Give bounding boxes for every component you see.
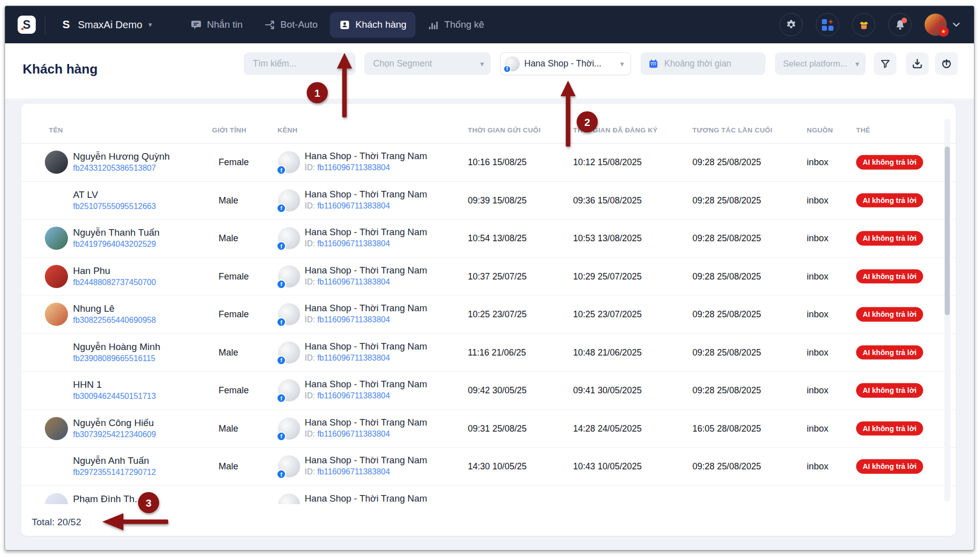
channel-name: Hana Shop - Thời Trang Nam: [305, 302, 427, 314]
table-row[interactable]: Han Phu fb24488082737450700 Female f Han…: [21, 258, 956, 296]
table-scrollbar-thumb[interactable]: [945, 147, 950, 315]
registered-cell: 10:25 23/07/2025: [573, 309, 642, 320]
customer-name: HHN 1: [73, 378, 156, 391]
navbar-actions: + ★: [780, 13, 962, 36]
table-row[interactable]: Nguyễn Công Hiếu fb30739254212340609 Mal…: [21, 410, 956, 448]
channel-cell: Hana Shop - Thời Trang Nam: [305, 492, 427, 505]
channel-id-link[interactable]: fb116096711383804: [317, 354, 390, 362]
channel-id-link[interactable]: fb116096711383804: [317, 430, 390, 438]
tab-thong-ke[interactable]: Thống kê: [418, 12, 493, 38]
date-range-label: Khoảng thời gian: [664, 58, 731, 69]
channel-id-link[interactable]: fb116096711383804: [317, 277, 390, 286]
channel-id-link[interactable]: fb116096711383804: [317, 239, 390, 248]
download-button[interactable]: [906, 52, 929, 75]
registered-cell: 09:36 15/08/2025: [573, 195, 642, 205]
bot-auto-icon: [264, 19, 275, 31]
smax-logo[interactable]: S: [18, 16, 36, 34]
tag-badge: AI không trả lời: [856, 383, 923, 398]
customer-name-cell: AT LV fb25107555095512663: [73, 188, 156, 212]
customer-id-link[interactable]: fb30739254212340609: [73, 429, 156, 440]
source-cell: inbox: [807, 271, 828, 282]
channel-id-link[interactable]: fb116096711383804: [317, 315, 390, 324]
table-row[interactable]: HHN 1 fb30094624450151713 Female f Hana …: [21, 372, 956, 410]
tag-badge: AI không trả lời: [856, 345, 923, 360]
customer-name: Nguyễn Hương Quỳnh: [73, 150, 170, 163]
table-row[interactable]: Nguyễn Thanh Tuấn fb24197964043202529 Ma…: [21, 220, 956, 258]
filter-funnel-icon: [879, 58, 891, 70]
customer-avatar: [45, 151, 68, 174]
channel-id-label: ID:: [305, 430, 315, 438]
gift-icon: [858, 19, 870, 31]
channel-id-link[interactable]: fb116096711383804: [317, 391, 390, 400]
last-interaction-cell: 09:28 25/08/2025: [692, 157, 761, 168]
page-channel-select[interactable]: f Hana Shop - Thời... ▾: [500, 52, 631, 75]
platform-select[interactable]: Select platform... ▾: [775, 52, 866, 75]
facebook-icon: f: [276, 393, 286, 403]
tag-cell: AI không trả lời: [856, 345, 923, 360]
customer-id-link[interactable]: fb25107555095512663: [73, 201, 156, 212]
source-cell: inbox: [807, 347, 828, 358]
table-row[interactable]: Phạm Đình Th... f Hana Shop - Thời Trang…: [21, 486, 956, 505]
customer-id-link[interactable]: fb30094624450151713: [73, 391, 156, 402]
channel-name: Hana Shop - Thời Trang Nam: [305, 492, 427, 505]
tag-badge: AI không trả lời: [856, 155, 923, 170]
channel-id-link[interactable]: fb116096711383804: [317, 163, 390, 172]
customer-name-cell: Nguyễn Hoàng Minh fb23908089665516115: [73, 340, 160, 364]
total-count: Total: 20/52: [32, 517, 81, 528]
tag-badge: AI không trả lời: [856, 193, 923, 208]
tab-label: Khách hàng: [356, 19, 406, 30]
tag-cell: AI không trả lời: [856, 383, 923, 398]
user-menu[interactable]: ★: [925, 14, 962, 36]
channel-id-link[interactable]: fb116096711383804: [317, 467, 390, 476]
tab-bot-auto[interactable]: Bot-Auto: [255, 12, 327, 38]
workspace-name[interactable]: SmaxAi Demo: [78, 19, 143, 31]
user-avatar[interactable]: ★: [925, 14, 947, 36]
workspace-initial: S: [62, 18, 70, 31]
customer-id-link[interactable]: fb30822565440690958: [73, 315, 156, 326]
upload-button[interactable]: [935, 52, 958, 75]
filter-button[interactable]: [874, 52, 896, 75]
search-input[interactable]: [244, 52, 356, 75]
tab-khach-hang[interactable]: Khách hàng: [330, 12, 415, 38]
gender-cell: Female: [219, 157, 249, 168]
page-channel-label: Hana Shop - Thời...: [524, 58, 601, 69]
channel-id-link[interactable]: fb116096711383804: [317, 201, 390, 210]
gender-cell: Male: [219, 195, 238, 205]
customer-id-link[interactable]: fb24331205386513807: [73, 163, 156, 174]
settings-button[interactable]: [780, 13, 803, 36]
column-header-kenh: KÊNH: [277, 126, 298, 134]
tab-nhan-tin[interactable]: Nhắn tin: [181, 12, 252, 38]
table-row[interactable]: Nhung Lê fb30822565440690958 Female f Ha…: [21, 296, 956, 334]
apps-button[interactable]: +: [816, 13, 839, 36]
table-row[interactable]: Nguyễn Hương Quỳnh fb24331205386513807 F…: [21, 144, 956, 182]
customer-id-link[interactable]: fb24197964043202529: [73, 239, 156, 250]
chevron-down-icon[interactable]: [951, 19, 962, 30]
last-interaction-cell: 09:28 25/08/2025: [692, 461, 761, 472]
notifications-button[interactable]: [888, 13, 912, 36]
customer-name-cell: Nguyễn Anh Tuấn fb29723551417290712: [73, 454, 156, 478]
customer-name: Nguyễn Thanh Tuấn: [73, 226, 160, 239]
tag-cell: AI không trả lời: [856, 307, 923, 322]
page-title: Khách hàng: [23, 61, 98, 77]
customer-name: Nguyễn Anh Tuấn: [73, 454, 156, 467]
table-row[interactable]: AT LV fb25107555095512663 Male f Hana Sh…: [21, 182, 956, 220]
customer-id-link[interactable]: fb29723551417290712: [73, 467, 156, 478]
last-sent-cell: 09:39 15/08/25: [468, 195, 527, 205]
last-sent-cell: 14:30 10/05/25: [468, 461, 527, 472]
channel-cell: Hana Shop - Thời Trang Nam ID: fb1160967…: [305, 302, 427, 325]
date-range-picker[interactable]: Khoảng thời gian: [641, 52, 765, 75]
channel-id-line: ID: fb116096711383804: [305, 276, 427, 288]
workspace-caret-icon[interactable]: ▾: [149, 20, 153, 29]
table-row[interactable]: Nguyễn Anh Tuấn fb29723551417290712 Male…: [21, 448, 956, 486]
customer-id-link[interactable]: fb23908089665516115: [73, 353, 155, 364]
segment-select[interactable]: Chọn Segment ▾: [364, 52, 491, 75]
channel-name: Hana Shop - Thời Trang Nam: [305, 378, 427, 390]
table-row[interactable]: Nguyễn Hoàng Minh fb23908089665516115 Ma…: [21, 334, 956, 372]
customers-table-card: TÊN GIỚI TÍNH KÊNH THỜI GIAN GỬI CUỐI TH…: [21, 104, 956, 536]
channel-avatar: f: [278, 265, 300, 288]
tab-label: Thống kê: [444, 19, 484, 30]
facebook-icon: f: [276, 432, 286, 441]
customer-id-link[interactable]: fb24488082737450700: [73, 277, 156, 288]
channel-id-label: ID:: [305, 467, 315, 476]
gift-button[interactable]: [852, 13, 875, 36]
